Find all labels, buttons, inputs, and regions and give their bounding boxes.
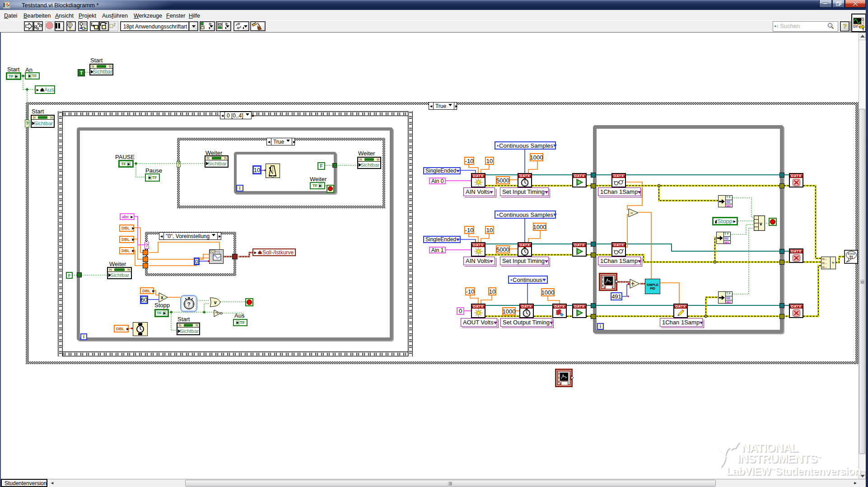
svg-text:2: 2 bbox=[558, 372, 560, 375]
svg-text:1: 1 bbox=[602, 280, 603, 283]
svg-text:v: v bbox=[760, 221, 762, 226]
svg-text:1: 1 bbox=[862, 27, 864, 31]
svg-text:?!: ?! bbox=[849, 255, 853, 259]
svg-text:x: x bbox=[161, 295, 163, 300]
svg-text:0: 0 bbox=[602, 284, 603, 287]
svg-text:2: 2 bbox=[602, 276, 603, 279]
svg-text:0: 0 bbox=[558, 380, 560, 383]
svg-text:1: 1 bbox=[558, 376, 560, 379]
svg-text:?: ? bbox=[187, 301, 191, 308]
svg-text:–: – bbox=[630, 211, 633, 215]
svg-text:v: v bbox=[214, 300, 217, 305]
